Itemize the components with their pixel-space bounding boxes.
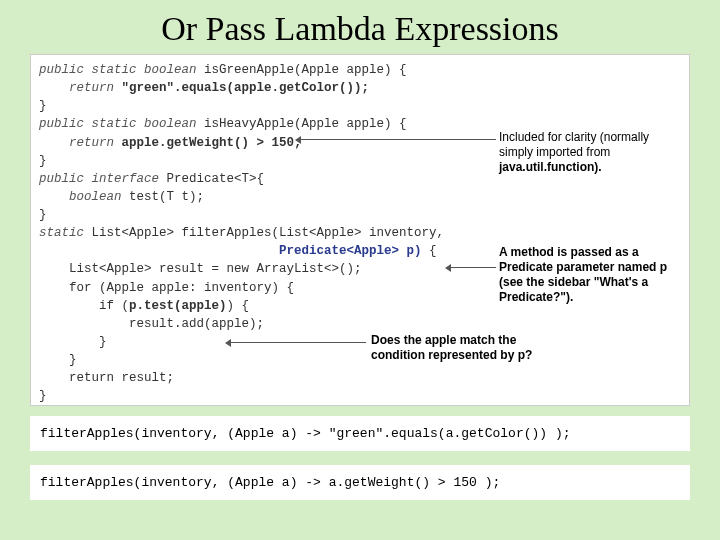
code-l2a: return bbox=[39, 81, 122, 95]
code-l1b: isGreenApple(Apple apple) bbox=[204, 63, 392, 77]
code-l4c: { bbox=[392, 117, 407, 131]
code-l14b: p.test(apple) bbox=[129, 299, 227, 313]
annotation-clarity: Included for clarity (normally simply im… bbox=[499, 130, 674, 175]
example-green: filterApples(inventory, (Apple a) -> "gr… bbox=[30, 416, 690, 451]
code-l1c: { bbox=[392, 63, 407, 77]
arrow-note3 bbox=[231, 342, 366, 343]
code-l9: } bbox=[39, 208, 47, 222]
code-l15: result.add(apple); bbox=[39, 317, 264, 331]
annotation-test-condition: Does the apple match the condition repre… bbox=[371, 333, 571, 363]
code-l7c: { bbox=[257, 172, 265, 186]
examples-section: filterApples(inventory, (Apple a) -> "gr… bbox=[30, 416, 690, 500]
code-l1a: public static boolean bbox=[39, 63, 204, 77]
code-l3: } bbox=[39, 99, 47, 113]
code-l12: List<Apple> result = new ArrayList<>(); bbox=[39, 262, 362, 276]
code-l2b: "green".equals(apple.getColor()); bbox=[122, 81, 370, 95]
code-l8b: test(T t); bbox=[129, 190, 204, 204]
code-l7b: Predicate<T> bbox=[167, 172, 257, 186]
code-l14a: if ( bbox=[39, 299, 129, 313]
note1-line3: java.util.function). bbox=[499, 160, 602, 174]
code-l17: } bbox=[39, 353, 77, 367]
code-l18: return result; bbox=[39, 371, 174, 385]
code-l8a: boolean bbox=[39, 190, 129, 204]
slide-title: Or Pass Lambda Expressions bbox=[0, 0, 720, 54]
code-l13: for (Apple apple: inventory) { bbox=[39, 281, 294, 295]
note1-line2: simply imported from bbox=[499, 145, 610, 159]
code-diagram: public static boolean isGreenApple(Apple… bbox=[30, 54, 690, 406]
code-l10a: static bbox=[39, 226, 92, 240]
code-l14c: ) { bbox=[227, 299, 250, 313]
code-l5b: apple.getWeight() > 150; bbox=[122, 136, 302, 150]
code-l7a: public interface bbox=[39, 172, 167, 186]
code-l11: Predicate<Apple> p) bbox=[39, 244, 422, 258]
code-l19: } bbox=[39, 389, 47, 403]
code-l10b: List<Apple> filterApples(List<Apple> inv… bbox=[92, 226, 445, 240]
code-l6: } bbox=[39, 154, 47, 168]
arrow-note1 bbox=[301, 139, 496, 140]
annotation-predicate-param: A method is passed as a Predicate parame… bbox=[499, 245, 679, 305]
code-l16: } bbox=[39, 335, 107, 349]
code-l5a: return bbox=[39, 136, 122, 150]
code-l4b: isHeavyApple(Apple apple) bbox=[204, 117, 392, 131]
note1-line1: Included for clarity (normally bbox=[499, 130, 649, 144]
code-l11b: { bbox=[422, 244, 437, 258]
example-weight: filterApples(inventory, (Apple a) -> a.g… bbox=[30, 465, 690, 500]
code-l4a: public static boolean bbox=[39, 117, 204, 131]
arrow-note2 bbox=[451, 267, 496, 268]
